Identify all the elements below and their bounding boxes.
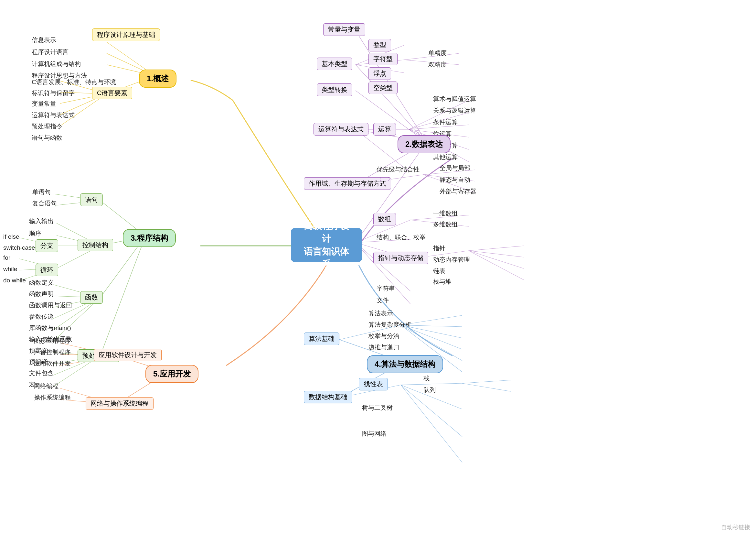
node-graph: 图与网络	[359, 429, 390, 439]
node-pointer-leaf: 指针	[430, 243, 448, 254]
node-program-design-principle: 程序设计原理与基础	[92, 28, 160, 41]
node-while: while	[0, 265, 20, 274]
node-other-op: 其他运算	[430, 152, 461, 162]
node-array: 数组	[373, 213, 396, 225]
svg-line-41	[469, 251, 524, 268]
branch-2: 2.数据表达	[397, 135, 450, 153]
node-op-expr: 运算符与表达式	[28, 110, 78, 120]
node-macro-func: 语句与函数	[28, 133, 66, 143]
node-ds-base: 数据结构基础	[304, 391, 352, 403]
node-simple-stmt: 单语句	[29, 187, 54, 197]
node-var-const: 变量常量	[28, 99, 60, 109]
branch-3: 3.程序结构	[123, 229, 176, 247]
branch-1: 1.概述	[139, 70, 176, 88]
node-op-expr2: 运算符与表达式	[313, 123, 368, 135]
svg-line-39	[469, 246, 524, 251]
node-cond-op: 条件运算	[430, 117, 461, 127]
node-scope: 作用域、生存期与存储方式	[304, 177, 391, 190]
node-switch-case: switch case	[0, 243, 38, 252]
node-loop: 循环	[36, 264, 58, 276]
node-info-display: 信息表示	[28, 35, 60, 45]
node-net-prog: 网络编程	[31, 381, 62, 391]
node-if-else: if else	[0, 232, 23, 241]
node-id-keyword: 标识符与保留字	[28, 88, 78, 98]
node-single: 单精度	[425, 48, 450, 58]
node-queue: 队列	[420, 385, 439, 395]
node-yunsum: 运算	[373, 123, 396, 135]
node-algo-base: 算法基础	[304, 332, 339, 345]
node-net-os: 网络与操作系统编程	[86, 397, 153, 410]
node-stack-heap: 栈与堆	[430, 276, 455, 287]
node-sound-ctrl: 声音控制程序	[31, 347, 74, 357]
node-file: 文件	[373, 295, 392, 306]
node-algo-expr: 算法表示	[365, 308, 396, 319]
node-func: 函数	[80, 291, 103, 304]
node-func-call: 函数调用与返回	[26, 300, 75, 311]
node-func-decl: 函数声明	[26, 289, 57, 299]
node-tree: 树与二叉树	[359, 403, 396, 413]
node-const-var: 常量与变量	[323, 23, 365, 36]
node-pointer: 指针与动态存储	[373, 252, 428, 264]
node-compound-stmt: 复合语句	[29, 198, 60, 209]
node-global-local: 全局与局部	[436, 163, 473, 173]
node-divide: 枚举与分治	[365, 331, 402, 341]
node-double: 双精度	[425, 60, 450, 70]
node-char-type: 字符型	[368, 53, 397, 65]
node-external-reg: 外部与寄存器	[436, 186, 480, 197]
node-ctrl-struct: 控制结构	[78, 239, 113, 251]
node-1d-array: 一维数组	[430, 208, 461, 219]
node-branch: 分支	[36, 239, 58, 252]
node-app-dev: 应用软件设计与开发	[94, 349, 162, 361]
node-func-def: 函数定义	[26, 277, 57, 288]
node-app-soft: 应用软件开发	[31, 358, 74, 369]
node-graph-app: 图形应用程序	[31, 336, 74, 346]
node-sequence: 顺序	[26, 228, 44, 239]
branch-4: 4.算法与数据结构	[367, 355, 443, 373]
node-rel-logic: 关系与逻辑运算	[430, 105, 479, 116]
node-arith-logic: 算术与赋值运算	[430, 94, 479, 104]
node-comp-struct: 计算机组成与结构	[28, 59, 84, 69]
node-string: 字符串	[373, 283, 398, 294]
branch-5: 5.应用开发	[146, 365, 199, 383]
svg-line-85	[401, 385, 462, 463]
node-struct-union: 结构、联合、枚举	[373, 232, 429, 242]
node-scope-sub	[380, 177, 390, 181]
svg-line-82	[462, 383, 511, 391]
node-for: for	[0, 253, 14, 262]
node-dynamic-mem: 动态内存管理	[430, 255, 473, 265]
node-stmt: 语句	[80, 193, 103, 206]
node-prog-lang: 程序设计语言	[28, 47, 72, 57]
node-lib-main: 库函数与main()	[26, 323, 74, 333]
node-priority: 优先级与结合性	[373, 164, 423, 175]
node-linear: 线性表	[359, 378, 388, 390]
center-label: 高级程序设计 语言知识体系	[300, 220, 353, 270]
node-input-output: 输入输出	[26, 216, 57, 226]
svg-line-40	[469, 251, 524, 257]
node-algo-complex: 算法复杂度分析	[365, 320, 415, 330]
svg-line-81	[462, 380, 511, 383]
center-node: 高级程序设计 语言知识体系	[291, 228, 362, 262]
node-param: 参数传递	[26, 312, 57, 322]
node-recur: 递推与递归	[365, 342, 402, 352]
node-type-cast: 类型转换	[317, 83, 352, 96]
node-os-prog: 操作系统编程	[31, 392, 74, 403]
node-void-type: 空类型	[368, 81, 397, 94]
node-linked-list: 链表	[430, 266, 448, 276]
node-include: 文件包含	[26, 368, 57, 379]
node-float: 浮点	[368, 67, 391, 80]
node-basic-type: 基本类型	[317, 58, 352, 70]
watermark: 自动秒链接	[721, 523, 750, 531]
node-stack-ds: 栈	[420, 373, 433, 383]
svg-line-42	[469, 251, 524, 280]
node-integer: 整型	[368, 39, 391, 51]
node-preproc: 预处理指令	[28, 121, 66, 132]
svg-line-65	[100, 236, 146, 356]
node-2d-array: 多维数组	[430, 219, 461, 230]
node-do-while: do while	[0, 276, 29, 285]
node-c-elements: C语言要素	[92, 87, 132, 99]
node-static-auto: 静态与自动	[436, 175, 473, 185]
node-c-develop: C语言发展、标准、特点与环境	[28, 77, 119, 87]
